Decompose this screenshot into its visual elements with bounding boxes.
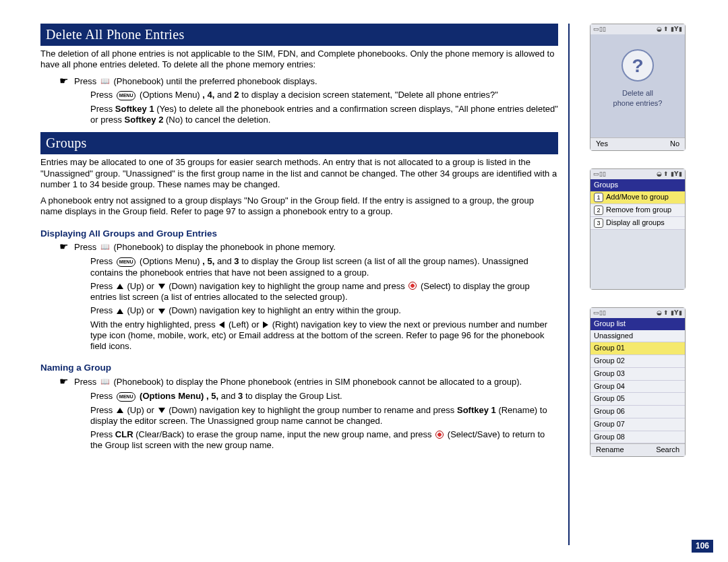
softkey-no[interactable]: No xyxy=(670,139,679,149)
item-label: Group 02 xyxy=(594,356,625,366)
list-item[interactable]: Group 01 xyxy=(590,342,685,355)
down-icon xyxy=(158,284,165,289)
list-item[interactable]: Group 05 xyxy=(590,393,685,406)
list-item[interactable]: Group 04 xyxy=(590,381,685,394)
dialog-line-1: Delete all xyxy=(595,88,681,98)
dg-step-5: With the entry highlighted, press (Left)… xyxy=(90,319,558,352)
text: to display the Group List. xyxy=(245,391,342,401)
text: Press xyxy=(90,405,115,415)
ng-step-4: Press CLR (Clear/Back) to erase the grou… xyxy=(90,429,558,451)
list-item[interactable]: Group 02 xyxy=(590,355,685,368)
item-label: Add/Move to group xyxy=(606,193,669,202)
text: (Down) navigation key to highlight the g… xyxy=(169,281,407,291)
text: (Options Menu) , 5, xyxy=(140,391,218,401)
text: (Up) or xyxy=(127,305,156,315)
phonebook-icon xyxy=(100,377,110,386)
text: Press xyxy=(90,429,115,439)
menu-icon: MENU xyxy=(117,91,136,100)
dg-step-3: Press (Up) or (Down) navigation key to h… xyxy=(90,281,558,303)
menu-item[interactable]: 2Remove from group xyxy=(590,204,685,217)
phone-screenshot-group-list: ▭▯▯◒ ⬆ ▮𝗬▮ Group list UnassignedGroup 01… xyxy=(590,307,686,458)
text: Softkey 1 xyxy=(457,405,496,415)
phonebook-icon xyxy=(100,77,110,86)
item-number: 3 xyxy=(594,218,603,228)
dialog-line-2: phone entries? xyxy=(595,98,681,108)
text: (Clear/Back) to erase the group name, in… xyxy=(135,429,434,439)
text: and xyxy=(221,391,238,401)
text: and xyxy=(217,90,234,100)
item-label: Remove from group xyxy=(606,206,671,215)
text: Press xyxy=(90,104,115,114)
text: (Phonebook) until the preferred phoneboo… xyxy=(113,76,317,86)
dg-step-2: Press MENU (Options Menu) , 5, and 3 to … xyxy=(90,256,558,278)
text: CLR xyxy=(115,429,133,439)
left-icon xyxy=(219,321,224,328)
text: Press xyxy=(74,242,99,252)
text: (Left) or xyxy=(229,319,262,330)
text: 3 xyxy=(234,256,239,266)
softkey-yes[interactable]: Yes xyxy=(596,139,608,149)
menu-icon: MENU xyxy=(117,257,136,267)
group-list: UnassignedGroup 01Group 02Group 03Group … xyxy=(590,330,685,444)
text: to display a decision screen statement, … xyxy=(241,90,498,100)
menu-icon: MENU xyxy=(117,392,136,402)
dg-step-1: ☛ Press (Phonebook) to display the phone… xyxy=(59,242,558,253)
main-column: Delete All Phone Entries The deletion of… xyxy=(40,24,570,545)
groups-p2: A phonebook entry not assigned to a grou… xyxy=(40,195,558,218)
right-icon xyxy=(263,321,268,328)
list-item[interactable]: Group 03 xyxy=(590,368,685,381)
text: (Up) or xyxy=(127,405,156,415)
text: (No) to cancel the deletion. xyxy=(166,115,270,125)
item-label: Group 06 xyxy=(594,407,625,416)
down-icon xyxy=(158,408,165,413)
text: (Options Menu) xyxy=(140,90,200,100)
select-icon xyxy=(435,431,444,439)
list-item[interactable]: Group 07 xyxy=(590,418,685,431)
ng-step-3: Press (Up) or (Down) navigation key to h… xyxy=(90,405,558,427)
pointer-icon: ☛ xyxy=(59,242,74,253)
text: Press xyxy=(90,256,115,266)
text: 3 xyxy=(238,391,243,401)
delete-step-1: ☛ Press (Phonebook) until the preferred … xyxy=(59,76,558,87)
list-item[interactable]: Unassigned xyxy=(590,330,685,343)
menu-item[interactable]: 1Add/Move to group xyxy=(590,191,685,204)
groups-p1: Entries may be allocated to one of 35 gr… xyxy=(40,157,558,190)
softkey-search[interactable]: Search xyxy=(656,445,679,455)
down-icon xyxy=(158,309,165,314)
item-label: Group 05 xyxy=(594,394,625,404)
pointer-icon: ☛ xyxy=(59,76,74,87)
item-label: Group 03 xyxy=(594,369,625,379)
empty-area xyxy=(590,230,685,289)
item-label: Display all groups xyxy=(606,218,665,228)
menu-list: 1Add/Move to group2Remove from group3Dis… xyxy=(590,191,685,230)
subhead-naming-group: Naming a Group xyxy=(40,363,558,374)
heading-groups: Groups xyxy=(40,132,558,154)
item-label: Group 08 xyxy=(594,433,625,442)
text: Press xyxy=(90,281,115,291)
dg-step-4: Press (Up) or (Down) navigation key to h… xyxy=(90,305,558,316)
text: (Options Menu) xyxy=(140,256,200,266)
text: (Phonebook) to display the Phone phonebo… xyxy=(113,377,522,387)
text: , 4, xyxy=(202,90,214,100)
delete-step-3: Press Softkey 1 (Yes) to delete all the … xyxy=(90,104,558,126)
screen-title: Group list xyxy=(590,318,685,330)
text: (Down) navigation key to highlight the g… xyxy=(169,405,457,415)
status-bar: ▭▯▯◒ ⬆ ▮𝗬▮ xyxy=(590,24,685,34)
delete-intro: The deletion of all phone entries is not… xyxy=(40,49,558,71)
pointer-icon: ☛ xyxy=(59,377,74,387)
subhead-display-groups: Displaying All Groups and Group Entries xyxy=(40,228,558,240)
list-item[interactable]: Group 06 xyxy=(590,406,685,418)
text: Press xyxy=(74,76,99,86)
menu-item[interactable]: 3Display all groups xyxy=(590,217,685,230)
list-item[interactable]: Group 08 xyxy=(590,431,685,444)
text: With the entry highlighted, press xyxy=(90,319,218,330)
side-column: ▭▯▯◒ ⬆ ▮𝗬▮ ? Delete all phone entries? Y… xyxy=(570,24,708,545)
question-icon: ? xyxy=(621,49,654,82)
text: and xyxy=(217,256,234,266)
status-bar: ▭▯▯◒ ⬆ ▮𝗬▮ xyxy=(590,308,685,318)
ng-step-2: Press MENU (Options Menu) , 5, and 3 to … xyxy=(90,391,558,402)
softkey-rename[interactable]: Rename xyxy=(596,445,624,455)
page-number: 106 xyxy=(692,540,713,553)
text: , 5, xyxy=(202,256,214,266)
select-icon xyxy=(408,282,417,290)
